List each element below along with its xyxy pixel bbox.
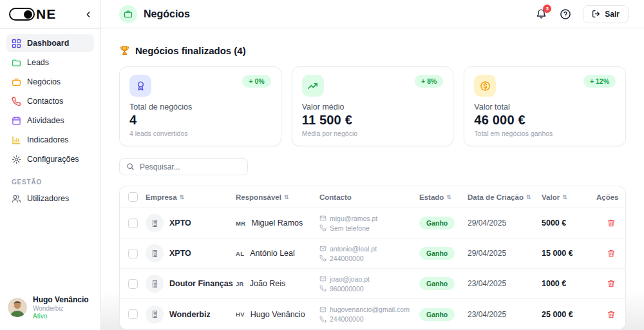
- table-row[interactable]: XPTO MR Miguel Ramos migu@ramos.pt Sem t…: [120, 208, 625, 238]
- column-header-responsavel[interactable]: Responsável⇅: [236, 193, 319, 201]
- select-all-checkbox[interactable]: [128, 192, 138, 202]
- sidebar-item-negocios[interactable]: Negócios: [6, 73, 94, 91]
- contact-phone: 960000000: [330, 285, 364, 293]
- delete-button[interactable]: [605, 277, 618, 290]
- activities-calendar-icon: [12, 116, 21, 126]
- email-icon: [319, 215, 327, 222]
- table-row[interactable]: Wonderbiz HV Hugo Venâncio hugovenancio@…: [120, 299, 625, 329]
- building-icon: [146, 244, 164, 262]
- delete-button[interactable]: [605, 308, 618, 321]
- top-bar-actions: 3 Sair: [535, 5, 629, 23]
- notification-badge: 3: [543, 5, 551, 13]
- deals-briefcase-icon: [12, 77, 21, 87]
- delete-button[interactable]: [605, 217, 618, 229]
- sidebar-item-dashboard[interactable]: Dashboard: [6, 34, 94, 52]
- deals-table: Empresa⇅Responsável⇅ContactoEstado⇅Data …: [119, 186, 626, 330]
- coin-icon: [480, 81, 491, 92]
- contact-phone: 244000000: [330, 315, 364, 323]
- column-header-estado[interactable]: Estado⇅: [419, 193, 468, 201]
- row-checkbox[interactable]: [128, 279, 138, 289]
- stat-subtext: Média por negócio: [302, 130, 444, 137]
- deal-value: 15 000 €: [542, 249, 596, 258]
- sidebar-nav: Dashboard Leads Negócios Contactos Ativi…: [0, 29, 100, 170]
- sort-icon: ⇅: [284, 194, 289, 200]
- sidebar-item-label: Indicadores: [27, 135, 69, 144]
- contact-email: hugovenancio@gmail.com: [330, 306, 410, 313]
- email-icon: [319, 306, 327, 313]
- briefcase-icon: [119, 5, 137, 23]
- row-checkbox[interactable]: [128, 309, 138, 319]
- settings-gear-icon: [12, 155, 21, 164]
- notifications-button[interactable]: 3: [535, 7, 548, 21]
- table-row[interactable]: XPTO AL António Leal antonio@leal.pt 244…: [120, 238, 625, 269]
- row-checkbox[interactable]: [128, 218, 138, 228]
- sidebar-item-contactos[interactable]: Contactos: [6, 92, 94, 110]
- trash-icon: [607, 279, 616, 288]
- users-icon: [12, 194, 21, 204]
- email-icon: [319, 275, 327, 282]
- app-root: NE Dashboard Leads Negócios Contactos At…: [0, 0, 644, 330]
- sidebar-item-label: Utilizadores: [27, 194, 69, 203]
- stat-subtext: 4 leads convertidos: [129, 130, 271, 137]
- sidebar-item-indicadores[interactable]: Indicadores: [6, 131, 94, 149]
- logout-icon: [592, 10, 600, 18]
- creation-date: 23/04/2025: [468, 310, 542, 319]
- table-row[interactable]: Doutor Finanças JR João Reis joao@joao.p…: [120, 269, 625, 299]
- sidebar-item-utilizadores[interactable]: Utilizadores: [6, 189, 94, 208]
- stat-card: + 0% Total de negócios 4 4 leads convert…: [119, 66, 281, 146]
- building-icon: [146, 214, 164, 232]
- sidebar-nav-management: Utilizadores: [0, 189, 100, 209]
- responsible-name: António Leal: [250, 249, 295, 258]
- responsible-initials: JR: [236, 280, 244, 287]
- page-title-group: Negócios: [119, 5, 190, 23]
- top-bar: Negócios 3 Sair: [101, 0, 644, 28]
- deal-value: 25 000 €: [542, 310, 596, 319]
- stat-cards-row: + 0% Total de negócios 4 4 leads convert…: [119, 66, 626, 146]
- stat-value: 4: [129, 113, 271, 128]
- responsible-initials: AL: [236, 250, 244, 257]
- sort-icon: ⇅: [446, 194, 451, 200]
- trending-up-icon: [307, 81, 318, 92]
- responsible-name: João Reis: [250, 279, 286, 288]
- company-name: Wonderbiz: [169, 310, 211, 319]
- row-checkbox[interactable]: [128, 249, 138, 258]
- logo-text: NE: [36, 6, 56, 22]
- logout-button[interactable]: Sair: [583, 5, 629, 23]
- user-info: Hugo Venâncio Wonderbiz Ativo: [33, 295, 89, 320]
- sidebar-item-configuracoes[interactable]: Configurações: [6, 150, 94, 168]
- main-area: Negócios 3 Sair: [101, 0, 644, 330]
- trash-icon: [607, 218, 616, 228]
- column-header-valor[interactable]: Valor⇅: [542, 193, 596, 201]
- phone-icon: [319, 255, 327, 262]
- stat-label: Valor médio: [302, 102, 444, 112]
- sidebar-collapse-button[interactable]: [84, 10, 93, 19]
- email-icon: [319, 245, 327, 252]
- search-input[interactable]: [140, 162, 241, 171]
- help-button[interactable]: [558, 7, 573, 21]
- sidebar-user[interactable]: Hugo Venâncio Wonderbiz Ativo: [0, 290, 100, 325]
- delete-button[interactable]: [605, 247, 618, 260]
- creation-date: 29/04/2025: [468, 249, 542, 258]
- trash-icon: [607, 310, 616, 319]
- column-header-datadecriacao[interactable]: Data de Criação⇅: [468, 193, 542, 201]
- column-header-empresa[interactable]: Empresa⇅: [146, 193, 236, 201]
- table-body: XPTO MR Miguel Ramos migu@ramos.pt Sem t…: [120, 208, 625, 329]
- search-box: [119, 158, 248, 175]
- user-name: Hugo Venâncio: [33, 295, 89, 304]
- dashboard-grid-icon: [12, 39, 21, 48]
- sidebar-item-label: Negócios: [27, 77, 61, 86]
- deal-value: 5000 €: [542, 218, 596, 228]
- page-title: Negócios: [144, 8, 190, 20]
- chevron-left-icon: [84, 10, 93, 19]
- creation-date: 23/04/2025: [468, 279, 542, 288]
- sidebar-item-leads[interactable]: Leads: [6, 53, 94, 72]
- contact-email: antonio@leal.pt: [330, 245, 377, 253]
- company-name: Doutor Finanças: [169, 279, 233, 288]
- sidebar-item-atividades[interactable]: Atividades: [6, 112, 94, 130]
- status-badge: Ganho: [419, 308, 455, 321]
- user-company: Wonderbiz: [33, 305, 89, 312]
- contact-phone: Sem telefone: [330, 224, 370, 232]
- stat-label: Total de negócios: [129, 102, 271, 112]
- app-logo: NE: [9, 6, 56, 22]
- section-title-group: Negócios finalizados (4): [119, 45, 626, 56]
